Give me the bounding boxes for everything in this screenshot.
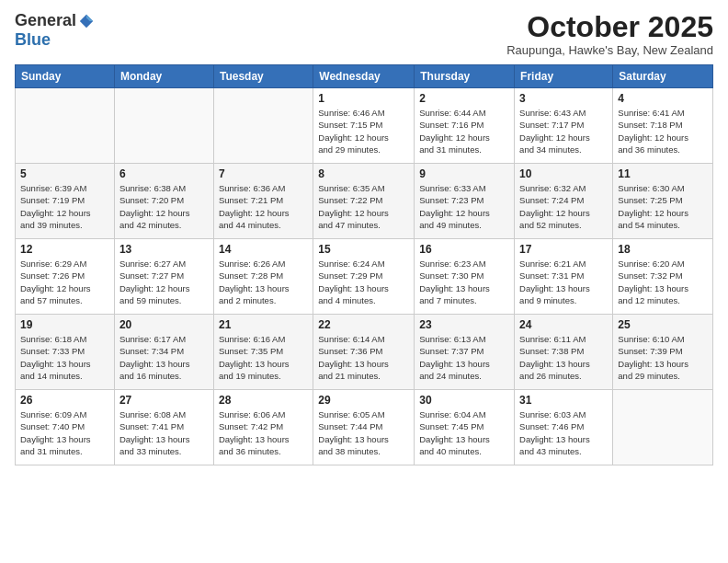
day-cell: 25Sunrise: 6:10 AM Sunset: 7:39 PM Dayli… — [613, 315, 713, 390]
day-info: Sunrise: 6:09 AM Sunset: 7:40 PM Dayligh… — [20, 408, 109, 457]
day-cell: 26Sunrise: 6:09 AM Sunset: 7:40 PM Dayli… — [16, 390, 115, 465]
day-number: 27 — [119, 394, 209, 407]
month-title: October 2025 — [506, 11, 713, 43]
day-cell: 11Sunrise: 6:30 AM Sunset: 7:25 PM Dayli… — [613, 164, 713, 239]
weekday-header-row: SundayMondayTuesdayWednesdayThursdayFrid… — [16, 65, 713, 88]
weekday-monday: Monday — [114, 65, 213, 88]
calendar: SundayMondayTuesdayWednesdayThursdayFrid… — [15, 64, 713, 465]
day-cell: 21Sunrise: 6:16 AM Sunset: 7:35 PM Dayli… — [213, 315, 313, 390]
day-info: Sunrise: 6:46 AM Sunset: 7:15 PM Dayligh… — [318, 107, 409, 155]
day-number: 22 — [318, 318, 409, 331]
week-row-4: 19Sunrise: 6:18 AM Sunset: 7:33 PM Dayli… — [16, 315, 713, 390]
logo-blue: Blue — [15, 30, 51, 50]
day-number: 15 — [318, 243, 409, 256]
week-row-1: 1Sunrise: 6:46 AM Sunset: 7:15 PM Daylig… — [16, 88, 713, 164]
day-cell: 1Sunrise: 6:46 AM Sunset: 7:15 PM Daylig… — [313, 88, 415, 164]
day-info: Sunrise: 6:18 AM Sunset: 7:33 PM Dayligh… — [20, 333, 109, 382]
day-number: 20 — [119, 318, 209, 331]
day-info: Sunrise: 6:20 AM Sunset: 7:32 PM Dayligh… — [618, 258, 708, 306]
day-number: 21 — [219, 318, 308, 331]
day-cell: 19Sunrise: 6:18 AM Sunset: 7:33 PM Dayli… — [16, 315, 115, 390]
day-info: Sunrise: 6:11 AM Sunset: 7:38 PM Dayligh… — [519, 333, 608, 382]
day-info: Sunrise: 6:39 AM Sunset: 7:19 PM Dayligh… — [20, 182, 109, 231]
day-number: 25 — [618, 318, 708, 331]
day-number: 30 — [419, 394, 509, 407]
day-info: Sunrise: 6:08 AM Sunset: 7:41 PM Dayligh… — [119, 408, 209, 457]
day-info: Sunrise: 6:32 AM Sunset: 7:24 PM Dayligh… — [519, 182, 608, 231]
day-number: 28 — [219, 394, 308, 407]
day-cell: 4Sunrise: 6:41 AM Sunset: 7:18 PM Daylig… — [613, 88, 713, 164]
day-number: 3 — [519, 92, 608, 105]
day-number: 1 — [318, 92, 409, 105]
day-info: Sunrise: 6:06 AM Sunset: 7:42 PM Dayligh… — [219, 408, 308, 457]
day-number: 12 — [20, 243, 109, 256]
day-cell: 12Sunrise: 6:29 AM Sunset: 7:26 PM Dayli… — [16, 239, 115, 315]
day-cell: 14Sunrise: 6:26 AM Sunset: 7:28 PM Dayli… — [213, 239, 313, 315]
day-info: Sunrise: 6:23 AM Sunset: 7:30 PM Dayligh… — [419, 258, 509, 306]
day-cell: 10Sunrise: 6:32 AM Sunset: 7:24 PM Dayli… — [515, 164, 613, 239]
day-cell: 2Sunrise: 6:44 AM Sunset: 7:16 PM Daylig… — [415, 88, 515, 164]
day-cell: 9Sunrise: 6:33 AM Sunset: 7:23 PM Daylig… — [415, 164, 515, 239]
day-cell: 31Sunrise: 6:03 AM Sunset: 7:46 PM Dayli… — [515, 390, 613, 465]
day-info: Sunrise: 6:30 AM Sunset: 7:25 PM Dayligh… — [618, 182, 708, 231]
day-cell: 15Sunrise: 6:24 AM Sunset: 7:29 PM Dayli… — [313, 239, 415, 315]
day-number: 29 — [318, 394, 409, 407]
weekday-saturday: Saturday — [613, 65, 713, 88]
day-cell: 13Sunrise: 6:27 AM Sunset: 7:27 PM Dayli… — [114, 239, 213, 315]
day-info: Sunrise: 6:24 AM Sunset: 7:29 PM Dayligh… — [318, 258, 409, 306]
weekday-tuesday: Tuesday — [213, 65, 313, 88]
day-number: 6 — [119, 167, 209, 180]
day-number: 7 — [219, 167, 308, 180]
weekday-wednesday: Wednesday — [313, 65, 415, 88]
day-info: Sunrise: 6:44 AM Sunset: 7:16 PM Dayligh… — [419, 107, 509, 155]
day-info: Sunrise: 6:17 AM Sunset: 7:34 PM Dayligh… — [119, 333, 209, 382]
day-info: Sunrise: 6:05 AM Sunset: 7:44 PM Dayligh… — [318, 408, 409, 457]
day-info: Sunrise: 6:27 AM Sunset: 7:27 PM Dayligh… — [119, 258, 209, 306]
day-cell: 27Sunrise: 6:08 AM Sunset: 7:41 PM Dayli… — [114, 390, 213, 465]
day-cell: 7Sunrise: 6:36 AM Sunset: 7:21 PM Daylig… — [213, 164, 313, 239]
title-section: October 2025 Raupunga, Hawke's Bay, New … — [506, 11, 713, 57]
day-cell: 6Sunrise: 6:38 AM Sunset: 7:20 PM Daylig… — [114, 164, 213, 239]
day-number: 13 — [119, 243, 209, 256]
day-cell — [613, 390, 713, 465]
day-info: Sunrise: 6:14 AM Sunset: 7:36 PM Dayligh… — [318, 333, 409, 382]
day-info: Sunrise: 6:41 AM Sunset: 7:18 PM Dayligh… — [618, 107, 708, 155]
day-number: 14 — [219, 243, 308, 256]
day-cell: 22Sunrise: 6:14 AM Sunset: 7:36 PM Dayli… — [313, 315, 415, 390]
day-info: Sunrise: 6:35 AM Sunset: 7:22 PM Dayligh… — [318, 182, 409, 231]
day-info: Sunrise: 6:21 AM Sunset: 7:31 PM Dayligh… — [519, 258, 608, 306]
day-number: 16 — [419, 243, 509, 256]
day-cell: 5Sunrise: 6:39 AM Sunset: 7:19 PM Daylig… — [16, 164, 115, 239]
day-info: Sunrise: 6:03 AM Sunset: 7:46 PM Dayligh… — [519, 408, 608, 457]
week-row-5: 26Sunrise: 6:09 AM Sunset: 7:40 PM Dayli… — [16, 390, 713, 465]
logo-icon — [78, 13, 95, 29]
day-cell: 16Sunrise: 6:23 AM Sunset: 7:30 PM Dayli… — [415, 239, 515, 315]
day-number: 5 — [20, 167, 109, 180]
day-cell: 24Sunrise: 6:11 AM Sunset: 7:38 PM Dayli… — [515, 315, 613, 390]
day-cell: 23Sunrise: 6:13 AM Sunset: 7:37 PM Dayli… — [415, 315, 515, 390]
day-number: 10 — [519, 167, 608, 180]
day-cell: 20Sunrise: 6:17 AM Sunset: 7:34 PM Dayli… — [114, 315, 213, 390]
day-number: 4 — [618, 92, 708, 105]
logo: General Blue — [15, 11, 95, 50]
day-cell: 18Sunrise: 6:20 AM Sunset: 7:32 PM Dayli… — [613, 239, 713, 315]
day-info: Sunrise: 6:38 AM Sunset: 7:20 PM Dayligh… — [119, 182, 209, 231]
day-info: Sunrise: 6:04 AM Sunset: 7:45 PM Dayligh… — [419, 408, 509, 457]
day-number: 8 — [318, 167, 409, 180]
day-info: Sunrise: 6:36 AM Sunset: 7:21 PM Dayligh… — [219, 182, 308, 231]
header: General Blue October 2025 Raupunga, Hawk… — [15, 11, 713, 57]
day-number: 26 — [20, 394, 109, 407]
location: Raupunga, Hawke's Bay, New Zealand — [506, 43, 713, 57]
week-row-3: 12Sunrise: 6:29 AM Sunset: 7:26 PM Dayli… — [16, 239, 713, 315]
day-number: 11 — [618, 167, 708, 180]
day-cell: 8Sunrise: 6:35 AM Sunset: 7:22 PM Daylig… — [313, 164, 415, 239]
weekday-friday: Friday — [515, 65, 613, 88]
logo-general: General — [15, 11, 76, 30]
day-number: 17 — [519, 243, 608, 256]
day-cell: 29Sunrise: 6:05 AM Sunset: 7:44 PM Dayli… — [313, 390, 415, 465]
day-cell — [16, 88, 115, 164]
weekday-sunday: Sunday — [16, 65, 115, 88]
day-info: Sunrise: 6:16 AM Sunset: 7:35 PM Dayligh… — [219, 333, 308, 382]
day-cell: 30Sunrise: 6:04 AM Sunset: 7:45 PM Dayli… — [415, 390, 515, 465]
day-info: Sunrise: 6:43 AM Sunset: 7:17 PM Dayligh… — [519, 107, 608, 155]
